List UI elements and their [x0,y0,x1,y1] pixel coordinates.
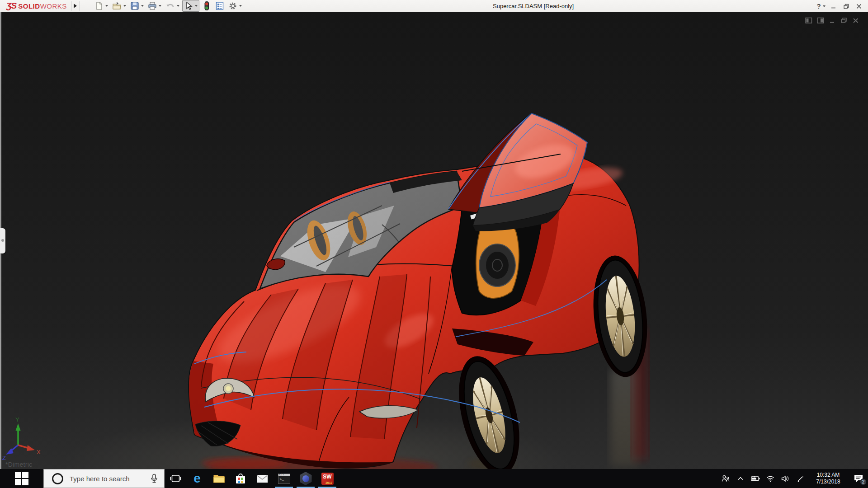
undo-button[interactable] [164,0,181,11]
people-button[interactable] [718,469,733,488]
clock-time: 10:32 AM [817,472,840,479]
action-center-button[interactable]: 2 [849,469,868,488]
mail-icon [256,474,268,483]
undo-arrow-icon [165,1,175,10]
close-icon [856,3,862,9]
windows-logo-icon [15,472,28,485]
open-button[interactable] [111,0,127,11]
rebuild-button[interactable] [201,0,212,12]
command-prompt-icon: C:\ >_ [278,474,290,484]
help-button[interactable]: ? [815,1,827,11]
mail-button[interactable] [251,469,273,488]
show-hidden-icons-button[interactable] [733,469,748,488]
hexagon-app-icon [300,472,312,485]
pane-right-icon [817,17,824,24]
window-controls: ? [815,0,865,12]
minimize-button[interactable] [827,1,840,11]
microsoft-store-button[interactable] [230,469,251,488]
taskbar-clock[interactable]: 10:32 AM 7/13/2018 [807,469,849,488]
solidworks-logo: ƷS SOLID WORKS [0,1,71,11]
taskbar-search-input[interactable]: Type here to search [43,469,165,488]
clock-date: 7/13/2018 [816,479,840,485]
play-arrow-icon [74,4,77,8]
close-icon [852,17,859,24]
titlebar: ƷS SOLID WORKS [0,0,868,12]
dropdown-caret-icon [105,5,108,7]
pane-left-icon [805,17,812,24]
options-button[interactable] [227,0,243,11]
triad-z-label: Z [2,455,6,461]
feature-pane-collapsed-tab[interactable] [0,228,5,253]
dropdown-caret-icon [177,5,179,7]
show-pane-right-button[interactable] [815,16,826,25]
restore-icon [840,17,848,24]
new-document-icon [94,1,104,10]
open-folder-icon [112,1,122,10]
quick-access-toolbar [93,0,245,12]
show-pane-left-button[interactable] [803,16,815,25]
file-properties-icon [215,1,224,10]
solidworks-2017-button[interactable]: SW 2017 [316,469,338,488]
restore-icon [843,3,849,9]
save-button[interactable] [129,0,145,11]
command-prompt-button[interactable]: C:\ >_ [273,469,295,488]
dropdown-caret-icon [123,5,126,7]
new-document-button[interactable] [93,0,109,11]
cortana-icon [52,473,63,484]
dropdown-caret-icon [141,5,144,7]
volume-button[interactable] [778,469,793,488]
menu-flyout-button[interactable] [71,1,80,11]
search-placeholder: Type here to search [70,475,150,483]
battery-button[interactable] [748,469,763,488]
close-document-button[interactable] [850,16,862,25]
file-properties-button[interactable] [214,0,226,11]
wifi-button[interactable] [763,469,778,488]
start-button[interactable] [0,469,43,488]
dropdown-caret-icon [239,5,242,7]
minimize-icon [829,17,836,24]
restore-document-button[interactable] [838,16,850,25]
ds-3s-mark: ƷS [6,1,16,11]
wifi-icon [766,475,775,482]
print-icon [148,1,157,10]
3d-model-supercar[interactable]: Y X Z [0,12,868,469]
microphone-icon[interactable] [150,474,159,483]
solidworks-2017-icon: SW 2017 [321,473,334,485]
file-explorer-button[interactable] [208,469,230,488]
task-view-button[interactable] [165,469,186,488]
view-orientation-label: *Dimetric [5,461,32,468]
save-floppy-icon [130,1,139,10]
chevron-up-icon [737,475,744,482]
triad-y-label: Y [15,416,19,423]
edge-icon: e [193,472,201,485]
dropdown-caret-icon [195,5,198,7]
minimize-document-button[interactable] [826,16,838,25]
seat-speaker-inner [486,252,509,279]
restore-button[interactable] [840,1,853,11]
windows-taskbar: Type here to search e C:\ [0,469,868,488]
notification-badge: 2 [860,479,867,485]
file-explorer-icon [213,474,225,483]
task-view-icon [170,474,181,483]
tab-grip-dot [1,239,4,242]
windows-ink-button[interactable] [793,469,807,488]
print-button[interactable] [146,0,163,11]
minimize-icon [830,3,837,9]
taskbar-apps: e C:\ >_ [165,469,338,488]
battery-charging-icon [750,475,760,482]
triad-x-label: X [37,449,41,455]
dropdown-caret-icon [823,5,826,7]
select-button[interactable] [182,0,199,12]
traffic-light-icon [202,1,211,11]
window-title: Supercar.SLDASM [Read-only] [493,0,574,12]
microsoft-edge-button[interactable]: e [186,469,208,488]
close-button[interactable] [853,1,865,11]
microsoft-store-icon [235,473,246,484]
speaker-icon [781,475,790,483]
select-cursor-icon [184,1,193,10]
gear-icon [228,1,237,10]
hexagon-app-button[interactable] [295,469,316,488]
graphics-viewport[interactable]: Y X Z *Dimetric [0,12,868,469]
pen-icon [796,474,804,483]
people-icon [721,474,730,483]
